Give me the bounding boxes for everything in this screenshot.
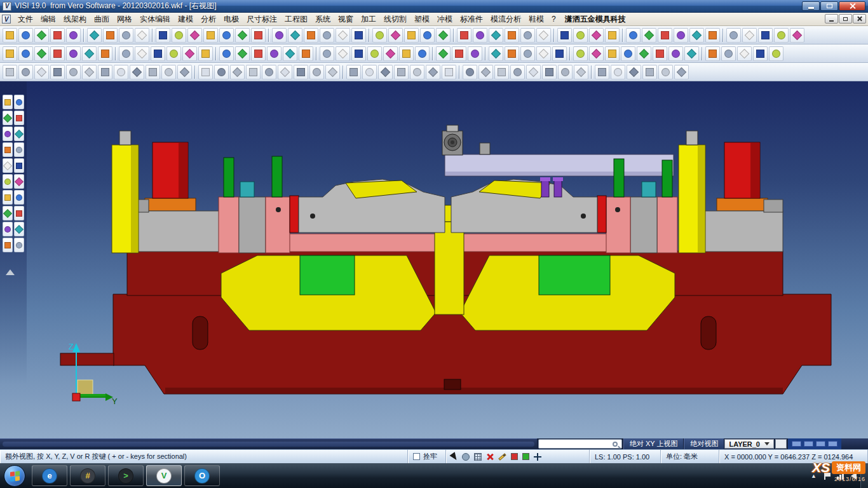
toolbar-icon[interactable] bbox=[98, 65, 112, 79]
purple-bolt-1[interactable] bbox=[541, 180, 549, 197]
toolbar-icon[interactable] bbox=[34, 65, 49, 79]
toolbar-icon[interactable] bbox=[473, 28, 487, 43]
toolbar-icon[interactable] bbox=[510, 65, 525, 79]
menu-item-16[interactable]: 冲模 bbox=[433, 13, 456, 26]
toolbar-icon[interactable] bbox=[790, 28, 804, 43]
child-close-button[interactable] bbox=[853, 14, 866, 24]
toolbar-icon[interactable] bbox=[346, 65, 361, 79]
toolbar-icon[interactable] bbox=[272, 28, 287, 43]
toolbar-icon[interactable] bbox=[82, 65, 97, 79]
toolbar-icon[interactable] bbox=[394, 65, 409, 79]
toolbar-icon[interactable] bbox=[172, 28, 186, 43]
absolute-view-button[interactable]: 绝对视图 bbox=[684, 438, 724, 449]
toolbar-icon[interactable] bbox=[611, 65, 625, 79]
toolbar-icon[interactable] bbox=[351, 46, 366, 61]
toolbar-icon[interactable] bbox=[50, 28, 65, 43]
toolbar-icon[interactable] bbox=[452, 46, 466, 61]
toolbar-icon[interactable] bbox=[463, 65, 477, 79]
toolbar-icon[interactable] bbox=[758, 28, 773, 43]
left-guide-pin-2[interactable] bbox=[272, 156, 282, 197]
minimize-button[interactable] bbox=[802, 1, 820, 11]
toolbar-icon[interactable] bbox=[595, 65, 609, 79]
toolbar-icon[interactable] bbox=[383, 46, 398, 61]
right-red-insert[interactable] bbox=[597, 196, 606, 233]
toolbar-icon[interactable] bbox=[627, 65, 641, 79]
toolbar-icon[interactable] bbox=[34, 28, 49, 43]
toolbar-icon[interactable] bbox=[203, 28, 218, 43]
menu-item-13[interactable]: 加工 bbox=[357, 13, 380, 26]
menu-item-15[interactable]: 塑模 bbox=[410, 13, 433, 26]
toolbar-icon[interactable] bbox=[742, 28, 757, 43]
search-input[interactable] bbox=[539, 440, 613, 448]
menu-item-5[interactable]: 实体编辑 bbox=[136, 13, 174, 26]
menu-item-1[interactable]: 编辑 bbox=[37, 13, 60, 26]
toolbar-icon[interactable] bbox=[3, 206, 13, 220]
toolbar-icon[interactable] bbox=[66, 46, 81, 61]
toolbar-icon[interactable] bbox=[114, 65, 128, 79]
toolbar-icon[interactable] bbox=[378, 65, 393, 79]
toolbar-icon[interactable] bbox=[505, 46, 519, 61]
menu-item-19[interactable]: 鞋模 bbox=[525, 13, 548, 26]
toolbar-icon[interactable] bbox=[589, 28, 604, 43]
toolbar-icon[interactable] bbox=[251, 28, 266, 43]
toolbar-icon[interactable] bbox=[156, 28, 170, 43]
app-console[interactable]: > bbox=[108, 465, 144, 486]
right-front-pin-1[interactable] bbox=[614, 159, 624, 197]
toolbar-icon[interactable] bbox=[573, 46, 588, 61]
toolbar-icon[interactable] bbox=[399, 46, 414, 61]
lock-checkbox[interactable] bbox=[413, 453, 420, 460]
toolbar-icon[interactable] bbox=[288, 28, 302, 43]
purple-bolt-2[interactable] bbox=[554, 180, 562, 197]
toolbar-icon[interactable] bbox=[589, 46, 604, 61]
toolbar-icon[interactable] bbox=[219, 46, 234, 61]
left-orange-flange[interactable] bbox=[145, 198, 196, 211]
layer-bar[interactable] bbox=[828, 441, 837, 447]
toolbar-icon[interactable] bbox=[552, 46, 567, 61]
layer-bar[interactable] bbox=[804, 441, 813, 447]
left-spring-cap[interactable] bbox=[119, 131, 131, 145]
toolbar-icon[interactable] bbox=[50, 46, 65, 61]
toolbar-icon[interactable] bbox=[14, 238, 24, 252]
toolbar-icon[interactable] bbox=[351, 28, 366, 43]
toolbar-icon[interactable] bbox=[3, 174, 13, 189]
toolbar-icon[interactable] bbox=[574, 65, 588, 79]
toolbar-icon[interactable] bbox=[14, 174, 24, 189]
left-base-ledge[interactable] bbox=[60, 353, 114, 365]
toolbar-icon[interactable] bbox=[66, 28, 81, 43]
toolbar-icon[interactable] bbox=[119, 46, 133, 61]
menu-item-6[interactable]: 建模 bbox=[174, 13, 197, 26]
toolbar-icon[interactable] bbox=[320, 28, 334, 43]
menu-item-8[interactable]: 电极 bbox=[220, 13, 243, 26]
action-center-icon[interactable] bbox=[824, 472, 831, 480]
toolbar-icon[interactable] bbox=[415, 46, 430, 61]
toolbar-icon[interactable] bbox=[219, 28, 234, 43]
toolbar-icon[interactable] bbox=[135, 46, 149, 61]
toolbar-icon[interactable] bbox=[362, 65, 377, 79]
toolbar-icon[interactable] bbox=[198, 65, 213, 79]
app-visi[interactable]: V bbox=[146, 465, 182, 486]
menu-item-10[interactable]: 工程图 bbox=[281, 13, 311, 26]
toolbar-icon[interactable] bbox=[177, 65, 192, 79]
toolbar-icon[interactable] bbox=[426, 65, 440, 79]
toolbar-icon[interactable] bbox=[436, 46, 451, 61]
toolbar-icon[interactable] bbox=[468, 46, 482, 61]
toolbar-icon[interactable] bbox=[3, 126, 13, 141]
toolbar-icon[interactable] bbox=[388, 28, 403, 43]
toolbar-icon[interactable] bbox=[642, 65, 657, 79]
toolbar-icon[interactable] bbox=[642, 28, 656, 43]
toolbar-icon[interactable] bbox=[705, 28, 720, 43]
toolbar-icon[interactable] bbox=[420, 28, 435, 43]
green-status-icon[interactable] bbox=[522, 453, 529, 460]
menu-item-11[interactable]: 系统 bbox=[311, 13, 334, 26]
left-pink-plate-1[interactable] bbox=[219, 197, 239, 253]
toolbar-icon[interactable] bbox=[372, 28, 387, 43]
right-pink-plate-2[interactable] bbox=[606, 197, 630, 253]
toolbar-icon[interactable] bbox=[3, 142, 13, 157]
toolbar-icon[interactable] bbox=[187, 28, 202, 43]
search-box[interactable] bbox=[538, 439, 622, 449]
red-status-icon[interactable] bbox=[511, 453, 518, 460]
toolbar-icon[interactable] bbox=[684, 46, 699, 61]
toolbar-icon[interactable] bbox=[653, 46, 667, 61]
network-icon[interactable] bbox=[837, 472, 844, 480]
toolbar-icon[interactable] bbox=[34, 46, 49, 61]
